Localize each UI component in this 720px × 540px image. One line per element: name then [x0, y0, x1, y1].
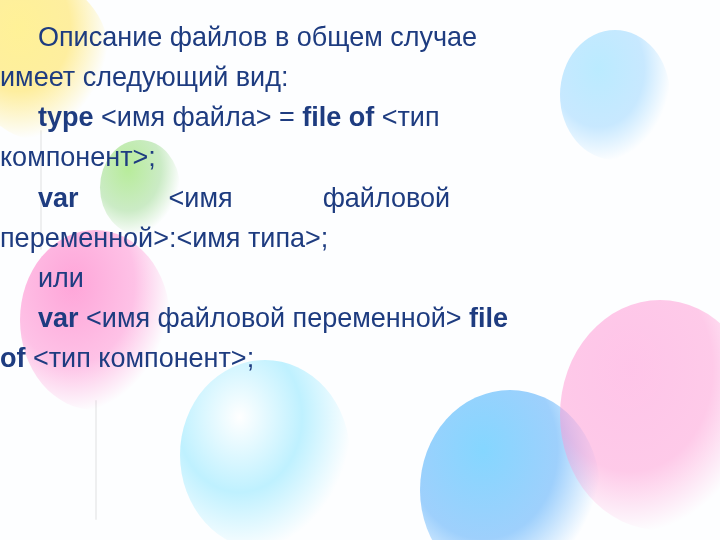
balloon-decoration	[180, 360, 350, 540]
token-file-name: <имя файла>	[94, 102, 279, 132]
token-file-var-2: <имя файловой переменной>	[79, 303, 470, 333]
keyword-type: type	[38, 102, 94, 132]
var-decl1-line-1: var <имя файловой	[0, 179, 716, 218]
type-decl-line-2: компонент>;	[0, 138, 716, 177]
intro-line-2: имеет следующий вид:	[0, 58, 716, 97]
var-decl2-line-2: of <тип компонент>;	[0, 339, 716, 378]
intro-line-1: Описание файлов в общем случае	[0, 18, 716, 57]
keyword-of: of	[0, 343, 25, 373]
slide-text: Описание файлов в общем случае имеет сле…	[0, 0, 720, 378]
type-decl-line-1: type <имя файла> = file of <тип	[0, 98, 716, 137]
token-file-var-open: <имя файловой	[169, 183, 451, 213]
keyword-var: var	[38, 303, 79, 333]
balloon-string	[95, 400, 97, 520]
equals: =	[279, 102, 302, 132]
spacer	[79, 183, 169, 213]
keyword-file: file	[469, 303, 508, 333]
token-tip-komponent-2: <тип компонент>;	[25, 343, 254, 373]
token-tip-komponent-a: <тип	[374, 102, 439, 132]
keyword-file-of: file of	[302, 102, 374, 132]
var-decl2-line-1: var <имя файловой переменной> file	[0, 299, 716, 338]
or-line: или	[0, 259, 716, 298]
var-decl1-line-2: переменной>:<имя типа>;	[0, 219, 716, 258]
keyword-var: var	[38, 183, 79, 213]
